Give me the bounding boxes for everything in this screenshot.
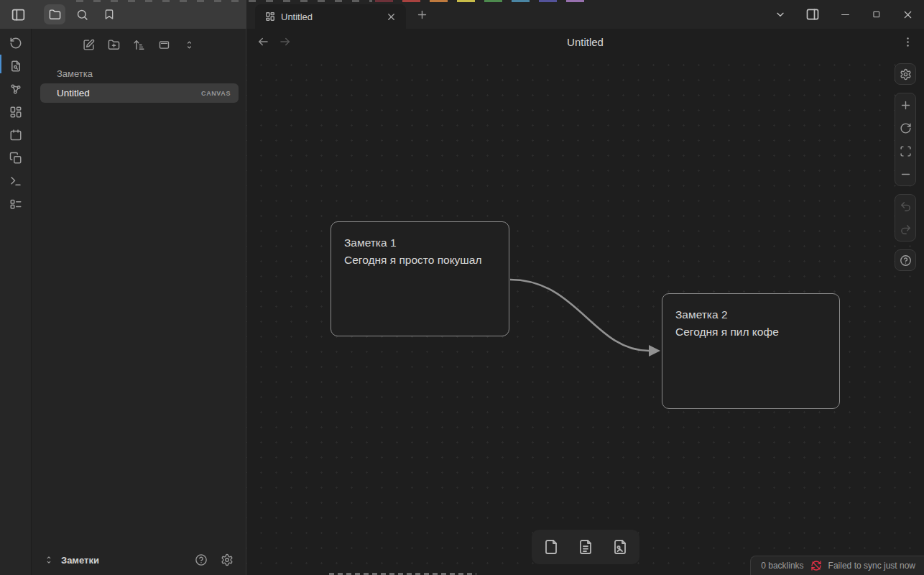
settings-icon <box>221 553 234 566</box>
files-nav-button[interactable] <box>44 4 65 24</box>
sync-button[interactable] <box>4 32 27 55</box>
view-header: Untitled <box>246 29 924 55</box>
new-tab-button[interactable] <box>413 6 431 24</box>
tab-title: Untitled <box>281 12 384 22</box>
redo-icon <box>900 224 912 236</box>
zoom-in-button[interactable] <box>895 93 915 116</box>
outline-button[interactable] <box>4 193 27 216</box>
maximize-button[interactable] <box>871 9 882 20</box>
vault-switch-button[interactable] <box>44 555 54 565</box>
close-button[interactable] <box>902 9 914 21</box>
help-button[interactable] <box>193 552 209 568</box>
history-controls <box>895 194 916 242</box>
add-note-icon <box>577 538 594 556</box>
zoom-out-button[interactable] <box>895 162 915 185</box>
bookmark-icon <box>103 9 115 20</box>
chevrons-up-down-icon <box>184 40 195 50</box>
command-palette-button[interactable] <box>4 170 27 193</box>
collapse-all-button[interactable] <box>154 36 173 53</box>
undo-icon <box>900 201 912 213</box>
tab-untitled[interactable]: Untitled <box>255 4 406 29</box>
main-pane: Untitled Заметка 1 Сегодня я просто поку… <box>246 29 924 575</box>
quick-switcher-button[interactable] <box>4 55 27 78</box>
sync-icon <box>9 37 22 50</box>
explorer-toolbar <box>32 34 246 55</box>
reset-zoom-button[interactable] <box>895 116 915 139</box>
canvas[interactable]: Заметка 1 Сегодня я просто покушал Замет… <box>246 55 924 575</box>
insert-template-button[interactable] <box>4 147 27 170</box>
view-title: Untitled <box>246 36 924 48</box>
calendar-icon <box>9 129 22 142</box>
reset-zoom-icon <box>900 122 912 134</box>
sort-order-icon <box>133 39 145 51</box>
card-title: Заметка 1 <box>344 234 496 252</box>
panel-right-toggle-button[interactable] <box>805 7 820 22</box>
card-toolbar <box>532 530 639 564</box>
forward-button[interactable] <box>279 35 292 48</box>
new-canvas-button[interactable] <box>4 101 27 124</box>
add-media-icon <box>611 538 629 556</box>
graph-view-button[interactable] <box>4 78 27 101</box>
sidebar-nav <box>44 4 120 24</box>
backlinks-status[interactable]: 0 backlinks <box>761 561 803 571</box>
zoom-to-fit-button[interactable] <box>895 139 915 162</box>
left-edge-artifact <box>0 55 1 73</box>
graph-icon <box>9 83 22 96</box>
sync-status-text: Failed to sync just now <box>828 561 915 571</box>
canvas-card-2[interactable]: Заметка 2 Сегодня я пил кофе <box>662 293 840 409</box>
add-note-button[interactable] <box>570 533 601 561</box>
tree-file-untitled[interactable]: Untitled CANVAS <box>40 83 239 103</box>
file-tree: Заметка Untitled CANVAS <box>32 55 246 545</box>
new-note-button[interactable] <box>79 36 98 53</box>
help-icon <box>195 553 208 566</box>
plus-icon <box>900 99 912 111</box>
chevron-down-icon <box>775 9 786 20</box>
search-nav-button[interactable] <box>71 4 93 24</box>
card-body: Сегодня я просто покушал <box>344 252 496 269</box>
tree-folder-zametka[interactable]: Заметка <box>32 65 246 82</box>
tab-bar: Untitled <box>246 0 924 29</box>
minimize-icon <box>839 9 851 21</box>
canvas-controls <box>895 63 916 271</box>
add-card-icon <box>542 538 560 556</box>
folder-label: Заметка <box>57 68 93 79</box>
expand-button[interactable] <box>180 36 198 53</box>
collapse-all-icon <box>158 39 170 51</box>
maximize-icon <box>871 9 882 20</box>
search-icon <box>76 9 88 21</box>
more-options-button[interactable] <box>902 36 914 48</box>
status-bar: 0 backlinks Failed to sync just now <box>750 556 924 575</box>
minus-icon <box>900 168 912 180</box>
back-button[interactable] <box>257 35 269 48</box>
minimize-button[interactable] <box>839 9 851 21</box>
add-card-button[interactable] <box>536 533 566 561</box>
titlebar: Untitled <box>0 0 924 29</box>
tab-list-button[interactable] <box>775 9 786 20</box>
canvas-card-1[interactable]: Заметка 1 Сегодня я просто покушал <box>331 221 509 336</box>
daily-note-button[interactable] <box>4 124 27 147</box>
bookmarks-nav-button[interactable] <box>98 4 120 24</box>
file-explorer: Заметка Untitled CANVAS Заметки <box>32 29 246 575</box>
panel-left-toggle-icon[interactable] <box>8 4 29 25</box>
canvas-settings-button[interactable] <box>895 63 916 85</box>
new-folder-button[interactable] <box>104 36 123 53</box>
chevrons-up-down-icon <box>44 555 54 565</box>
canvas-icon <box>265 12 275 22</box>
help-icon <box>900 254 912 267</box>
templates-icon <box>9 152 22 165</box>
arrow-left-icon <box>257 35 269 48</box>
canvas-help-button[interactable] <box>895 249 916 271</box>
add-media-button[interactable] <box>605 533 635 561</box>
canvas-icon <box>9 106 22 119</box>
new-folder-icon <box>108 39 120 51</box>
vault-name[interactable]: Заметки <box>61 555 186 566</box>
sync-error-icon[interactable] <box>810 560 822 571</box>
terminal-icon <box>9 175 22 188</box>
redo-button[interactable] <box>895 218 915 241</box>
undo-button[interactable] <box>895 195 915 218</box>
settings-button[interactable] <box>219 552 235 568</box>
file-type-badge: CANVAS <box>201 90 231 97</box>
tab-close-icon[interactable] <box>384 9 399 24</box>
file-name: Untitled <box>57 88 201 98</box>
sort-order-button[interactable] <box>129 36 148 53</box>
